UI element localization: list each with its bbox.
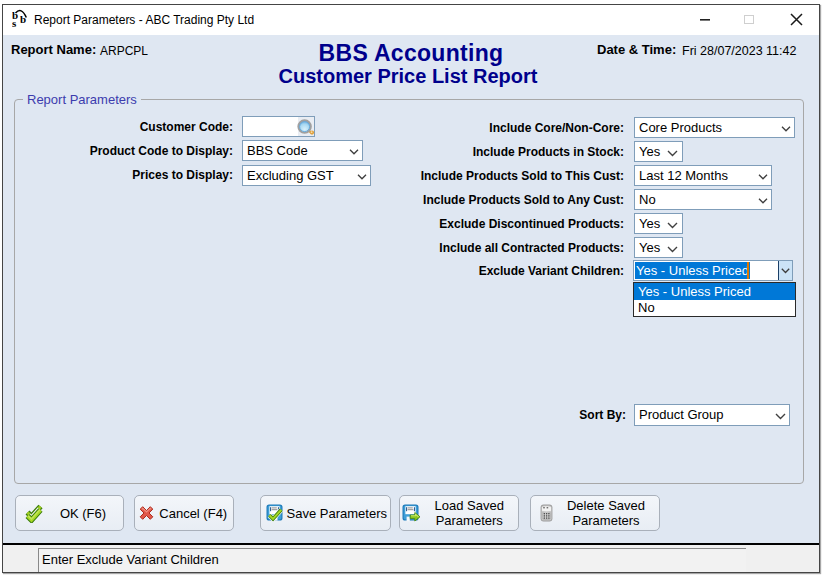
svg-text:s: s <box>12 17 17 27</box>
